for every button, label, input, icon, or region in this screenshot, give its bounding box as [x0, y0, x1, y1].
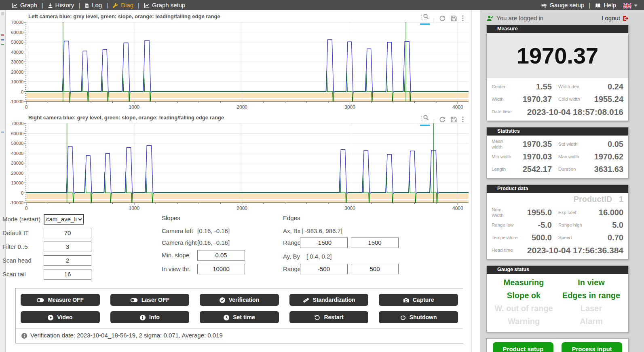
- range-y-low-input[interactable]: [300, 264, 348, 274]
- right-camera-chart[interactable]: -100000100002000030000400005000060000700…: [6, 121, 471, 212]
- video-button[interactable]: Video: [21, 311, 100, 323]
- sidebar-actions: Product setup Process input: [486, 338, 629, 352]
- nav-item-graph-setup[interactable]: Graph setup: [144, 2, 186, 8]
- svg-text:50000: 50000: [11, 141, 23, 146]
- clock-icon: [224, 314, 229, 320]
- status-w-out-of-range: W. out of range: [490, 302, 557, 315]
- scan-head-input[interactable]: [44, 255, 91, 266]
- svg-text:1000: 1000: [129, 104, 139, 110]
- mean-width-label: Mean width: [492, 139, 515, 149]
- product-data-panel-header: Product data: [487, 185, 628, 193]
- nav-item-diag[interactable]: Diag: [112, 2, 133, 9]
- range-high-value: 5.0: [587, 221, 623, 230]
- nav-item-help[interactable]: Help: [595, 2, 616, 8]
- status-measuring: Measuring: [490, 276, 557, 289]
- svg-text:70000: 70000: [11, 20, 23, 25]
- min-width-value: 1970.03: [515, 152, 552, 161]
- strip-mark: [1, 44, 4, 45]
- length-value: 2542.17: [515, 165, 552, 174]
- filter-label: Filter 0..5: [2, 243, 44, 250]
- logout-button[interactable]: Logout: [602, 14, 629, 21]
- session-row: You are logged in Logout: [486, 13, 629, 23]
- nav-item-graph[interactable]: Graph: [12, 2, 37, 8]
- default-it-input[interactable]: [44, 228, 91, 238]
- toggle-icon: [130, 297, 138, 303]
- measure-panel: Measure 1970.37 Center 1.55 Width dev. 0…: [486, 25, 629, 121]
- in-view-thr-input[interactable]: [197, 264, 245, 274]
- svg-text:40000: 40000: [11, 50, 23, 55]
- product-setup-button[interactable]: Product setup: [493, 342, 553, 352]
- range-x-high-input[interactable]: [351, 237, 399, 248]
- left-camera-chart[interactable]: -100000100002000030000400005000060000700…: [6, 20, 471, 111]
- measure-off-button[interactable]: Measure OFF: [21, 294, 100, 306]
- verification-button[interactable]: Verification: [200, 294, 279, 306]
- strip-mark: [1, 34, 4, 36]
- scan-tail-input[interactable]: [44, 269, 91, 280]
- range-x-low-input[interactable]: [300, 237, 348, 248]
- nav-item-label: Gauge setup: [549, 2, 584, 8]
- capture-button[interactable]: Capture: [379, 294, 458, 306]
- center-value: 1.55: [515, 82, 552, 91]
- wrench-icon: [112, 2, 118, 9]
- svg-text:4000: 4000: [452, 104, 463, 110]
- process-input-button[interactable]: Process input: [562, 342, 622, 352]
- nav-right: Gauge setup|Help: [541, 2, 638, 8]
- control-panel: Measure OFFLaser OFFVerificationStandard…: [15, 288, 463, 344]
- measure-date-row: Date time 2023-10-04 18:57:08.016: [492, 106, 623, 118]
- gauge-status-panel-header: Gauge status: [487, 266, 628, 274]
- status-slope-ok: Slope ok: [490, 289, 557, 302]
- nav-item-history[interactable]: History: [48, 2, 74, 8]
- svg-text:10000: 10000: [11, 79, 23, 84]
- svg-text:10000: 10000: [11, 180, 23, 185]
- svg-text:30000: 30000: [11, 59, 23, 64]
- user-check-icon: [486, 14, 494, 21]
- svg-text:0: 0: [21, 191, 23, 195]
- mode-select[interactable]: cam_ave_ligh: [44, 214, 84, 225]
- language-selector[interactable]: [623, 2, 638, 8]
- svg-text:1000: 1000: [129, 206, 139, 211]
- button-label: Restart: [324, 314, 343, 320]
- chart-line-icon: [144, 2, 150, 8]
- status-in-view: In view: [557, 276, 625, 289]
- nav-item-log[interactable]: Log: [84, 2, 102, 8]
- restart-button[interactable]: Restart: [289, 311, 369, 323]
- camera-left-label: Camera left: [162, 227, 197, 234]
- ax-bx-label: Ax, Bx: [283, 227, 302, 234]
- svg-text:2000: 2000: [236, 104, 247, 110]
- slopes-heading: Slopes: [162, 214, 279, 221]
- range-low-label: Range low: [492, 223, 515, 228]
- min-width-label: Min width: [492, 154, 515, 159]
- min-slope-input[interactable]: [197, 250, 245, 261]
- status-laser: Laser: [557, 302, 625, 315]
- svg-text:3000: 3000: [344, 206, 355, 211]
- date-time-label: Date time: [492, 109, 515, 115]
- button-label: Shutdown: [410, 314, 437, 320]
- nav-item-label: Help: [604, 2, 616, 8]
- button-label: Standardization: [313, 297, 355, 303]
- chart-title: Right camera blue: grey level, green: sl…: [28, 115, 224, 121]
- camera-icon: [403, 297, 409, 303]
- cold-width-value: 1955.24: [587, 95, 623, 104]
- shutdown-button[interactable]: Shutdown: [379, 311, 458, 323]
- camera-left-value: [0.16, -0.16]: [197, 227, 230, 234]
- product-data-panel: Product data ProductID_ 1 Nom. Width 195…: [486, 184, 629, 259]
- range-y-high-input[interactable]: [351, 264, 399, 274]
- std-width-label: Std width: [558, 142, 587, 147]
- filter-input[interactable]: [44, 242, 91, 252]
- std-width-value: 0.05: [587, 140, 623, 149]
- svg-text:-10000: -10000: [10, 99, 23, 104]
- info-button[interactable]: Info: [110, 311, 190, 323]
- set-time-button[interactable]: Set time: [200, 311, 279, 323]
- laser-off-button[interactable]: Laser OFF: [110, 294, 190, 306]
- svg-text:0: 0: [21, 89, 23, 94]
- status-edges-in-range: Edges in range: [557, 289, 625, 302]
- nav-item-gauge-setup[interactable]: Gauge setup: [541, 2, 584, 8]
- standardization-button[interactable]: Standardization: [289, 294, 369, 306]
- ax-bx-value: [ -983.6, 986.7]: [302, 227, 342, 234]
- ruler-icon: [303, 296, 309, 303]
- width-dev-label: Width dev.: [558, 84, 587, 89]
- exp-coef-value: 16.000: [587, 208, 623, 217]
- button-label: Verification: [229, 297, 259, 303]
- max-width-value: 1970.62: [587, 152, 623, 161]
- status-alarm: Alarm: [557, 315, 625, 328]
